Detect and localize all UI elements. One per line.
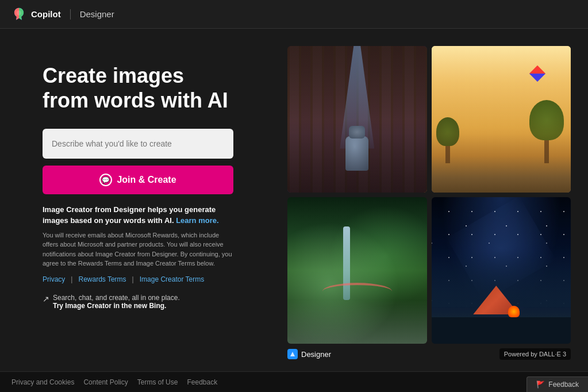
robot-head <box>349 126 365 139</box>
image-footer: Designer Powered by DALL·E 3 <box>287 348 571 360</box>
page-headline: Create images from words with AI <box>43 63 233 113</box>
rewards-terms-link[interactable]: Rewards Terms <box>78 275 126 283</box>
tree-right <box>544 112 564 163</box>
join-create-button[interactable]: 💬 Join & Create <box>43 166 233 194</box>
chat-icon: 💬 <box>99 174 112 186</box>
svg-point-0 <box>17 10 21 15</box>
campfire <box>508 306 520 317</box>
kite-background <box>432 46 571 193</box>
image-cell-library <box>287 46 427 193</box>
right-panel: Designer Powered by DALL·E 3 <box>276 29 588 371</box>
camping-background <box>432 197 571 344</box>
beam-light <box>340 46 374 149</box>
image-creator-terms-link[interactable]: Image Creator Terms <box>140 275 204 283</box>
copilot-label: Copilot <box>31 9 61 19</box>
footer-privacy-link[interactable]: Privacy and Cookies <box>11 378 74 386</box>
robot-figure <box>345 136 368 171</box>
join-create-label: Join & Create <box>117 175 176 185</box>
image-grid <box>287 46 571 344</box>
image-cell-kite <box>432 46 571 193</box>
logo-area: Copilot Designer <box>11 7 114 22</box>
designer-badge-icon <box>287 349 298 359</box>
image-cell-camping <box>432 197 571 344</box>
designer-label: Designer <box>80 9 114 19</box>
kite-shape <box>529 66 545 82</box>
image-cell-waterfall <box>287 197 427 344</box>
waterfall-background <box>287 197 427 344</box>
description-small: You will receive emails about Microsoft … <box>43 230 233 268</box>
footer-content-policy-link[interactable]: Content Policy <box>83 378 128 386</box>
main-content: Create images from words with AI 💬 Join … <box>0 29 588 371</box>
designer-badge-label: Designer <box>301 350 331 359</box>
feedback-btn-label: Feedback <box>548 381 579 389</box>
privacy-link[interactable]: Privacy <box>43 275 65 283</box>
learn-more-link[interactable]: Learn more. <box>176 216 218 225</box>
bing-link[interactable]: Try Image Creator in the new Bing. <box>53 302 166 310</box>
footer: Privacy and Cookies Content Policy Terms… <box>0 371 588 392</box>
feedback-flag-icon: 🚩 <box>536 381 545 389</box>
mist-overlay <box>287 300 427 344</box>
footer-feedback-link[interactable]: Feedback <box>187 378 217 386</box>
rainbow-arc <box>322 283 392 300</box>
bing-promo-text: Search, chat, and create, all in one pla… <box>53 294 180 310</box>
description-bold: Image Creator from Designer helps you ge… <box>43 205 233 225</box>
tree-left <box>445 129 459 163</box>
designer-badge: Designer <box>287 349 331 359</box>
links-row: Privacy | Rewards Terms | Image Creator … <box>43 275 233 283</box>
library-background <box>287 46 427 193</box>
footer-links: Privacy and Cookies Content Policy Terms… <box>11 378 577 386</box>
bing-promo: ↗ Search, chat, and create, all in one p… <box>43 294 233 310</box>
feedback-button[interactable]: 🚩 Feedback <box>526 376 588 392</box>
copilot-icon <box>11 7 26 22</box>
image-description-input[interactable] <box>43 129 233 159</box>
stars-overlay <box>432 197 571 344</box>
header: Copilot Designer <box>0 0 588 29</box>
left-panel: Create images from words with AI 💬 Join … <box>0 29 276 371</box>
bing-promo-icon: ↗ <box>43 294 49 303</box>
dalle-badge: Powered by DALL·E 3 <box>499 348 571 360</box>
footer-terms-link[interactable]: Terms of Use <box>137 378 178 386</box>
header-divider <box>70 9 71 20</box>
